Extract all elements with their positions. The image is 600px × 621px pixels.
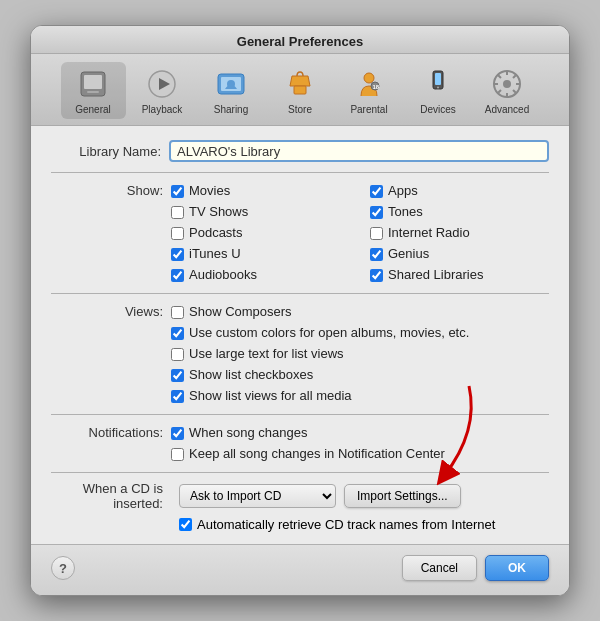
show-audiobooks-item[interactable]: Audiobooks: [171, 265, 350, 285]
general-preferences-dialog: General Preferences General Playba: [30, 25, 570, 596]
svg-line-25: [498, 90, 501, 93]
show-apps-label: Apps: [388, 181, 418, 201]
views-listcheckboxes-checkbox[interactable]: [171, 369, 184, 382]
show-row: Show: Movies Apps TV Shows: [51, 181, 549, 285]
notif-keepallchanges-label: Keep all song changes in Notification Ce…: [189, 444, 445, 464]
show-sharedlibs-item[interactable]: Shared Libraries: [370, 265, 549, 285]
footer: ? Cancel OK: [31, 544, 569, 595]
library-name-label: Library Name:: [51, 144, 161, 159]
toolbar-item-devices[interactable]: Devices: [406, 62, 471, 119]
notif-keepallchanges-item[interactable]: Keep all song changes in Notification Ce…: [171, 444, 445, 464]
svg-line-23: [513, 90, 516, 93]
show-genius-checkbox[interactable]: [370, 248, 383, 261]
advanced-icon: [489, 66, 525, 102]
svg-line-22: [498, 75, 501, 78]
content-area: Library Name: ALVARO's Library Show: Mov…: [31, 126, 569, 544]
toolbar-label-playback: Playback: [142, 104, 183, 115]
library-name-row: Library Name: ALVARO's Library: [51, 140, 549, 162]
toolbar-label-advanced: Advanced: [485, 104, 529, 115]
views-showcomposers-checkbox[interactable]: [171, 306, 184, 319]
auto-retrieve-label: Automatically retrieve CD track names fr…: [197, 517, 495, 532]
notifications-label: Notifications:: [51, 423, 171, 443]
notifications-checkboxes: When song changes Keep all song changes …: [171, 423, 445, 464]
show-podcasts-checkbox[interactable]: [171, 227, 184, 240]
svg-point-14: [437, 87, 439, 89]
cd-insert-label: When a CD is inserted:: [51, 481, 171, 511]
views-customcolors-checkbox[interactable]: [171, 327, 184, 340]
show-sharedlibs-label: Shared Libraries: [388, 265, 483, 285]
dialog-title: General Preferences: [31, 34, 569, 49]
library-name-input[interactable]: ALVARO's Library: [169, 140, 549, 162]
show-audiobooks-label: Audiobooks: [189, 265, 257, 285]
notif-songchanges-item[interactable]: When song changes: [171, 423, 445, 443]
toolbar-item-parental[interactable]: 18 Parental: [337, 62, 402, 119]
show-itunesu-item[interactable]: iTunes U: [171, 244, 350, 264]
show-tones-label: Tones: [388, 202, 423, 222]
help-button[interactable]: ?: [51, 556, 75, 580]
divider-3: [51, 414, 549, 415]
show-audiobooks-checkbox[interactable]: [171, 269, 184, 282]
show-tones-item[interactable]: Tones: [370, 202, 549, 222]
playback-icon: [144, 66, 180, 102]
show-section: Show: Movies Apps TV Shows: [51, 181, 549, 285]
ok-button[interactable]: OK: [485, 555, 549, 581]
show-genius-item[interactable]: Genius: [370, 244, 549, 264]
toolbar-item-general[interactable]: General: [61, 62, 126, 119]
notifications-row: Notifications: When song changes Keep al…: [51, 423, 549, 464]
title-bar: General Preferences: [31, 26, 569, 54]
notif-keepallchanges-checkbox[interactable]: [171, 448, 184, 461]
views-checkboxes: Show Composers Use custom colors for ope…: [171, 302, 469, 406]
views-section: Views: Show Composers Use custom colors …: [51, 302, 549, 406]
show-tvshows-checkbox[interactable]: [171, 206, 184, 219]
views-listviewsall-checkbox[interactable]: [171, 390, 184, 403]
notifications-section: Notifications: When song changes Keep al…: [51, 423, 549, 464]
toolbar-item-sharing[interactable]: Sharing: [199, 62, 264, 119]
show-sharedlibs-checkbox[interactable]: [370, 269, 383, 282]
show-tvshows-item[interactable]: TV Shows: [171, 202, 350, 222]
toolbar-item-store[interactable]: Store: [268, 62, 333, 119]
show-internetradio-item[interactable]: Internet Radio: [370, 223, 549, 243]
show-movies-checkbox[interactable]: [171, 185, 184, 198]
svg-rect-8: [294, 86, 306, 94]
footer-buttons: Cancel OK: [402, 555, 549, 581]
show-apps-checkbox[interactable]: [370, 185, 383, 198]
sharing-icon: [213, 66, 249, 102]
svg-point-9: [364, 73, 374, 83]
divider-1: [51, 172, 549, 173]
views-customcolors-label: Use custom colors for open albums, movie…: [189, 323, 469, 343]
views-largetext-label: Use large text for list views: [189, 344, 344, 364]
toolbar-item-playback[interactable]: Playback: [130, 62, 195, 119]
toolbar-label-parental: Parental: [350, 104, 387, 115]
show-tones-checkbox[interactable]: [370, 206, 383, 219]
views-largetext-checkbox[interactable]: [171, 348, 184, 361]
show-movies-item[interactable]: Movies: [171, 181, 350, 201]
views-label: Views:: [51, 302, 171, 322]
cd-select[interactable]: Ask to Import CD Show CD Begin Playing I…: [179, 484, 336, 508]
notif-songchanges-label: When song changes: [189, 423, 308, 443]
toolbar-item-advanced[interactable]: Advanced: [475, 62, 540, 119]
show-itunesu-label: iTunes U: [189, 244, 241, 264]
views-listcheckboxes-item[interactable]: Show list checkboxes: [171, 365, 469, 385]
views-largetext-item[interactable]: Use large text for list views: [171, 344, 469, 364]
views-showcomposers-item[interactable]: Show Composers: [171, 302, 469, 322]
views-customcolors-item[interactable]: Use custom colors for open albums, movie…: [171, 323, 469, 343]
show-itunesu-checkbox[interactable]: [171, 248, 184, 261]
show-internetradio-checkbox[interactable]: [370, 227, 383, 240]
devices-icon: [420, 66, 456, 102]
svg-text:18: 18: [373, 84, 380, 90]
show-apps-item[interactable]: Apps: [370, 181, 549, 201]
show-internetradio-label: Internet Radio: [388, 223, 470, 243]
views-showcomposers-label: Show Composers: [189, 302, 292, 322]
store-icon: [282, 66, 318, 102]
auto-retrieve-row[interactable]: Automatically retrieve CD track names fr…: [51, 517, 549, 532]
cancel-button[interactable]: Cancel: [402, 555, 477, 581]
import-settings-button[interactable]: Import Settings...: [344, 484, 461, 508]
views-listviewsall-item[interactable]: Show list views for all media: [171, 386, 469, 406]
svg-rect-13: [435, 73, 441, 85]
notif-songchanges-checkbox[interactable]: [171, 427, 184, 440]
auto-retrieve-checkbox[interactable]: [179, 518, 192, 531]
toolbar: General Playback Sharing: [31, 54, 569, 126]
show-label: Show:: [51, 181, 171, 201]
show-podcasts-item[interactable]: Podcasts: [171, 223, 350, 243]
toolbar-label-general: General: [75, 104, 111, 115]
